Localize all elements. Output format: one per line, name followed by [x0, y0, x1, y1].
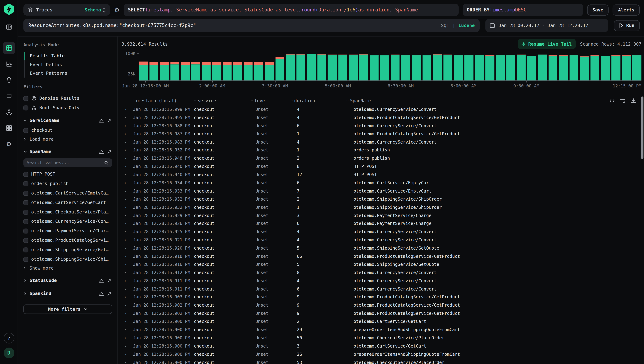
checkbox[interactable] — [24, 190, 29, 196]
expand-row-icon[interactable]: › — [122, 360, 130, 364]
table-row[interactable]: ›Jan 28 12:28:16.932 PMcheckoutUnset1ote… — [122, 203, 641, 211]
scrollbar-thumb[interactable] — [641, 96, 643, 159]
nav-settings-icon[interactable]: ⚙ — [3, 138, 15, 150]
expand-row-icon[interactable]: › — [122, 188, 130, 193]
chart-filter-icon[interactable] — [99, 291, 104, 296]
nav-chart-explorer-icon[interactable] — [3, 58, 15, 70]
checkbox[interactable] — [24, 172, 29, 177]
table-row[interactable]: ›Jan 28 12:28:16.911 PMcheckoutUnset4ote… — [122, 276, 641, 284]
expand-row-icon[interactable]: › — [122, 352, 130, 356]
table-row[interactable]: ›Jan 28 12:28:16.912 PMcheckoutUnset8ote… — [122, 268, 641, 276]
filter-value[interactable]: oteldemo.CheckoutService/Pla… — [24, 207, 112, 217]
table-row[interactable]: ›Jan 28 12:28:16.903 PMcheckoutUnset9ote… — [122, 293, 641, 301]
table-row[interactable]: ›Jan 28 12:28:16.902 PMcheckoutUnset9ote… — [122, 301, 641, 309]
search-input[interactable] — [28, 22, 438, 28]
source-settings-icon[interactable]: ⚙ — [114, 6, 120, 14]
chart-filter-icon[interactable] — [99, 278, 104, 283]
mode-lucene[interactable]: Lucene — [458, 23, 475, 28]
run-button[interactable]: Run — [614, 20, 640, 31]
table-row[interactable]: ›Jan 28 12:28:16.926 PMcheckoutUnset6ote… — [122, 219, 641, 228]
expand-row-icon[interactable]: › — [122, 335, 130, 340]
filter-search[interactable] — [24, 158, 112, 167]
drag-handle-icon[interactable]: ⠿ — [194, 98, 196, 102]
table-row[interactable]: ›Jan 28 12:28:16.900 PMcheckoutUnset3ote… — [122, 342, 641, 350]
analysis-mode-item[interactable]: Event Deltas — [24, 60, 112, 69]
filter-value[interactable]: oteldemo.ProductCatalogServi… — [24, 236, 112, 245]
expand-row-icon[interactable]: › — [122, 148, 130, 152]
checkbox[interactable] — [24, 200, 29, 205]
table-row[interactable]: ›Jan 28 12:28:16.952 PMcheckoutUnset1ord… — [122, 146, 641, 154]
more-filters-button[interactable]: More filters — [24, 304, 112, 314]
checkbox[interactable] — [24, 105, 29, 110]
expand-row-icon[interactable]: › — [122, 107, 130, 112]
mode-sql[interactable]: SQL — [441, 23, 449, 28]
pin-icon[interactable] — [107, 149, 112, 154]
table-row[interactable]: ›Jan 28 12:28:16.916 PMcheckoutUnset5ote… — [122, 260, 641, 268]
table-row[interactable]: ›Jan 28 12:28:16.900 PMcheckoutUnset26pr… — [122, 350, 641, 358]
collapse-sidebar-icon[interactable] — [3, 21, 15, 33]
table-row[interactable]: ›Jan 28 12:28:16.900 PMcheckoutUnset29pr… — [122, 326, 641, 334]
date-range-picker[interactable]: Jan 28 00:28:17 - Jan 28 12:28:17 — [485, 19, 608, 32]
pin-icon[interactable] — [107, 278, 112, 283]
table-row[interactable]: ›Jan 28 12:28:16.999 PMcheckoutUnset4ote… — [122, 105, 641, 113]
checkbox[interactable] — [24, 219, 29, 224]
checkbox[interactable] — [24, 210, 29, 214]
nav-search-icon[interactable] — [3, 42, 15, 54]
expand-row-icon[interactable]: › — [122, 270, 130, 275]
table-row[interactable]: ›Jan 28 12:28:16.918 PMcheckoutUnset66ot… — [122, 252, 641, 260]
table-row[interactable]: ›Jan 28 12:28:16.933 PMcheckoutUnset7ote… — [122, 187, 641, 195]
table-row[interactable]: ›Jan 28 12:28:16.900 PMcheckoutUnset53ot… — [122, 358, 641, 364]
source-selector[interactable]: Traces Schema — [24, 4, 110, 16]
filter-value[interactable]: oteldemo.CurrencyService/Con… — [24, 217, 112, 226]
table-row[interactable]: ›Jan 28 12:28:16.987 PMcheckoutUnset1ote… — [122, 130, 641, 138]
table-row[interactable]: ›Jan 28 12:28:16.900 PMcheckoutUnset50ot… — [122, 334, 641, 342]
filter-group-spanname[interactable]: SpanName — [24, 146, 112, 157]
nav-sessions-icon[interactable] — [3, 90, 15, 102]
expand-row-icon[interactable]: › — [122, 213, 130, 218]
select-query-input[interactable]: SELECT Timestamp, ServiceName as service… — [124, 4, 458, 16]
expand-row-icon[interactable]: › — [122, 156, 130, 161]
chart-filter-icon[interactable] — [99, 149, 104, 154]
expand-row-icon[interactable]: › — [122, 327, 130, 332]
expand-row-icon[interactable]: › — [122, 221, 130, 226]
analysis-mode-item[interactable]: Event Patterns — [24, 69, 112, 78]
filter-value[interactable]: oteldemo.CartService/GetCart — [24, 198, 112, 207]
show-more-link[interactable]: Show more — [24, 264, 112, 272]
table-row[interactable]: ›Jan 28 12:28:16.921 PMcheckoutUnset4ote… — [122, 236, 641, 244]
expand-row-icon[interactable]: › — [122, 246, 130, 250]
schema-toggle[interactable]: Schema — [85, 7, 106, 12]
table-row[interactable]: ›Jan 28 12:28:16.995 PMcheckoutUnset4ote… — [122, 113, 641, 122]
table-row[interactable]: ›Jan 28 12:28:16.940 PMcheckoutUnset8HTT… — [122, 162, 641, 170]
table-row[interactable]: ›Jan 28 12:28:16.900 PMcheckoutUnset2ote… — [122, 317, 641, 326]
expand-row-icon[interactable]: › — [122, 229, 130, 234]
search-bar[interactable]: SQL | Lucene — [24, 19, 480, 32]
expand-row-icon[interactable]: › — [122, 286, 130, 291]
alerts-button[interactable]: Alerts — [613, 4, 640, 16]
checkbox[interactable] — [24, 181, 29, 186]
expand-row-icon[interactable]: › — [122, 205, 130, 210]
table-row[interactable]: ›Jan 28 12:28:16.983 PMcheckoutUnset4ote… — [122, 138, 641, 146]
checkbox[interactable] — [24, 228, 29, 233]
pin-icon[interactable] — [107, 118, 112, 123]
table-row[interactable]: ›Jan 28 12:28:16.929 PMcheckoutUnset3ote… — [122, 211, 641, 219]
table-row[interactable]: ›Jan 28 12:28:16.902 PMcheckoutUnset9ote… — [122, 309, 641, 317]
table-row[interactable]: ›Jan 28 12:28:16.932 PMcheckoutUnset2ote… — [122, 195, 641, 203]
filter-value[interactable]: HTTP POST — [24, 170, 112, 179]
table-row[interactable]: ›Jan 28 12:28:16.940 PMcheckoutUnset12HT… — [122, 170, 641, 178]
resume-live-tail-button[interactable]: Resume Live Tail — [517, 39, 576, 49]
expand-row-icon[interactable]: › — [122, 294, 130, 300]
col-level[interactable]: ⠿level — [247, 98, 287, 103]
analysis-mode-item[interactable]: Results Table — [24, 52, 112, 60]
expand-row-icon[interactable]: › — [122, 254, 130, 258]
table-row[interactable]: ›Jan 28 12:28:16.925 PMcheckoutUnset4ote… — [122, 228, 641, 236]
drag-handle-icon[interactable]: ⠿ — [250, 98, 253, 102]
expand-row-icon[interactable]: › — [122, 302, 130, 308]
expand-row-icon[interactable]: › — [122, 123, 130, 128]
expand-row-icon[interactable]: › — [122, 262, 130, 267]
filter-value[interactable]: oteldemo.CartService/EmptyCa… — [24, 188, 112, 198]
filter-search-input[interactable] — [27, 160, 104, 165]
expand-row-icon[interactable]: › — [122, 344, 130, 348]
checkbox[interactable] — [24, 96, 29, 101]
col-spanname[interactable]: ⠿SpanName — [343, 98, 609, 103]
pin-icon[interactable] — [107, 291, 112, 296]
